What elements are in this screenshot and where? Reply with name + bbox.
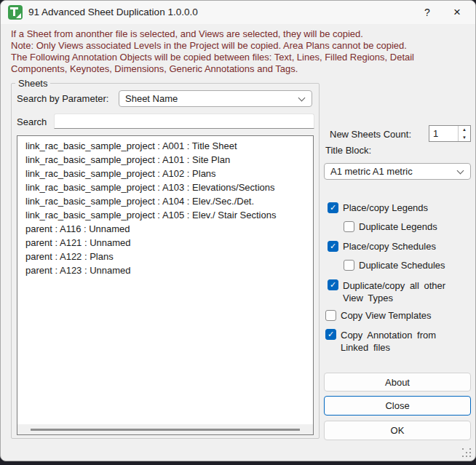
window-close-button[interactable]: × <box>445 1 469 23</box>
ok-button[interactable]: OK <box>324 421 471 440</box>
help-button[interactable]: ? <box>415 1 440 23</box>
checkbox-duplicate-schedules[interactable] <box>344 260 354 271</box>
about-button[interactable]: About <box>324 373 471 392</box>
new-sheets-count-value: 1 <box>429 126 458 141</box>
list-item[interactable]: link_rac_basic_sample_project : A104 : E… <box>17 194 313 208</box>
checkbox-copy-view-templates[interactable] <box>325 310 336 321</box>
search-input[interactable] <box>54 114 314 129</box>
info-line: Note: Only Views associated Levels in th… <box>11 40 471 52</box>
horizontal-scrollbar[interactable] <box>17 424 313 434</box>
checkbox-label[interactable]: Copy View Templates <box>341 310 432 321</box>
app-icon <box>8 5 23 20</box>
search-by-parameter-label: Search by Parameter: <box>17 93 108 104</box>
stepper-down-button[interactable]: ▼ <box>459 134 470 142</box>
checkbox-place-copy-schedules[interactable]: ✓ <box>328 241 338 252</box>
resize-grip-icon[interactable] <box>462 448 471 457</box>
window-title: 91 Advanced Sheet Duplication 1.0.0.0 <box>28 1 198 24</box>
triangle-up-icon: ▲ <box>462 127 467 132</box>
checkbox-label[interactable]: Duplicate Schedules <box>359 260 445 271</box>
parameter-dropdown[interactable]: Sheet Name <box>119 90 312 107</box>
close-icon: × <box>453 5 461 20</box>
info-text: If a Sheet from anonther file is selecte… <box>11 28 471 75</box>
info-line: The Following Annotation Objects will be… <box>11 52 471 63</box>
checkbox-place-copy-legends[interactable]: ✓ <box>328 202 338 213</box>
list-item[interactable]: parent : A122 : Plans <box>17 250 313 263</box>
sheet-list-items: link_rac_basic_sample_project : A001 : T… <box>17 139 313 277</box>
list-item[interactable]: link_rac_basic_sample_project : A105 : E… <box>17 208 313 222</box>
new-sheets-count-stepper[interactable]: 1 ▲ ▼ <box>429 125 471 142</box>
checkbox-label[interactable]: Place/copy Schedules <box>343 241 436 252</box>
list-item[interactable]: parent : A123 : Unnamed <box>17 263 313 277</box>
app-icon-t-stem <box>13 7 15 16</box>
list-item[interactable]: parent : A121 : Unnamed <box>17 236 313 250</box>
list-item[interactable]: link_rac_basic_sample_project : A103 : E… <box>17 180 313 194</box>
title-block-label: Title Block: <box>325 145 371 156</box>
list-item[interactable]: link_rac_basic_sample_project : A102 : P… <box>17 167 313 180</box>
checkbox-duplicate-copy-all-other-view-types[interactable]: ✓ <box>328 279 338 290</box>
stepper-buttons: ▲ ▼ <box>458 126 470 141</box>
question-icon: ? <box>424 7 430 18</box>
checkbox-label[interactable]: Copy Annotation from Linked files <box>341 329 459 354</box>
close-button[interactable]: Close <box>324 396 471 416</box>
cursor-icon <box>16 13 21 18</box>
list-item[interactable]: link_rac_basic_sample_project : A101 : S… <box>17 153 313 167</box>
checkbox-label[interactable]: Duplicate/copy all other View Types <box>343 279 461 304</box>
sheet-list[interactable]: link_rac_basic_sample_project : A001 : T… <box>17 135 314 435</box>
chevron-down-icon <box>298 95 306 102</box>
titlebar: 91 Advanced Sheet Duplication 1.0.0.0 ? … <box>1 1 475 24</box>
checkbox-label[interactable]: Duplicate Legends <box>359 221 437 232</box>
dialog-window: 91 Advanced Sheet Duplication 1.0.0.0 ? … <box>0 0 476 461</box>
new-sheets-count-label: New Sheets Count: <box>330 129 411 140</box>
sheets-groupbox-label: Sheets <box>15 78 50 89</box>
checkbox-duplicate-legends[interactable] <box>344 221 354 232</box>
title-block-dropdown[interactable]: A1 metric A1 metric <box>324 163 471 180</box>
info-line: If a Sheet from anonther file is selecte… <box>11 28 471 40</box>
screen: 91 Advanced Sheet Duplication 1.0.0.0 ? … <box>0 0 476 465</box>
info-line: Components, Keynotes, Dimensions, Generi… <box>11 63 471 75</box>
triangle-down-icon: ▼ <box>462 135 467 140</box>
parameter-dropdown-value: Sheet Name <box>125 93 178 104</box>
list-item[interactable]: parent : A116 : Unnamed <box>17 222 313 236</box>
horizontal-scrollbar-thumb[interactable] <box>31 429 300 431</box>
stepper-up-button[interactable]: ▲ <box>459 126 470 134</box>
title-block-dropdown-value: A1 metric A1 metric <box>330 166 413 177</box>
checkbox-label[interactable]: Place/copy Legends <box>343 202 428 213</box>
chevron-down-icon <box>457 167 464 175</box>
list-item[interactable]: link_rac_basic_sample_project : A001 : T… <box>17 139 313 153</box>
checkbox-copy-annotation-from-linked-files[interactable]: ✓ <box>325 329 336 340</box>
search-label: Search <box>17 116 47 127</box>
